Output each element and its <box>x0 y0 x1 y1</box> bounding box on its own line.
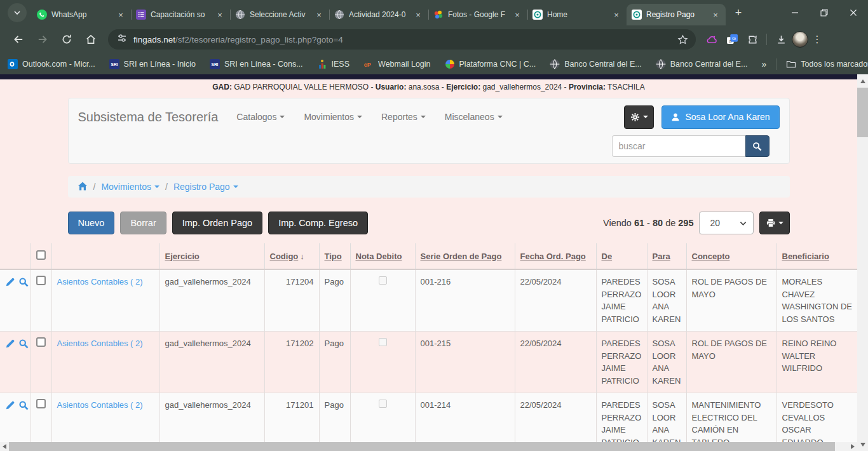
reload-button[interactable] <box>57 29 77 50</box>
bookmark-banco-central-1[interactable]: Banco Central del E... <box>550 59 642 69</box>
extensions-puzzle-icon[interactable] <box>743 30 762 49</box>
gear-icon <box>630 112 640 122</box>
select-all-checkbox[interactable] <box>36 250 46 260</box>
breadcrumb-movimientos-link[interactable]: Movimientos <box>101 182 159 192</box>
tab-close-icon[interactable]: × <box>116 10 126 20</box>
column-sort-link[interactable]: Serie Orden de Pago <box>421 252 502 261</box>
row-checkbox[interactable] <box>36 276 46 285</box>
print-expense-receipt-button[interactable]: Imp. Comp. Egreso <box>268 212 368 234</box>
column-sort-link[interactable]: Para <box>653 252 670 261</box>
scroll-right-arrow-icon[interactable] <box>848 444 857 449</box>
menu-reportes[interactable]: Reportes <box>372 112 435 122</box>
view-magnifier-icon[interactable] <box>18 277 29 291</box>
user-account-button[interactable]: Sosa Loor Ana Karen <box>661 105 779 129</box>
tab-close-icon[interactable]: × <box>314 10 324 20</box>
print-payment-order-button[interactable]: Imp. Orden Pago <box>172 212 262 234</box>
bookmark-cnc[interactable]: Plataforma CNC | C... <box>445 59 536 69</box>
tab-close-icon[interactable]: × <box>413 10 423 20</box>
horizontal-scrollbar-thumb[interactable] <box>9 442 835 451</box>
bookmark-webmail[interactable]: cPWebmail Login <box>363 59 430 69</box>
profile-avatar[interactable] <box>792 31 808 48</box>
vertical-scrollbar[interactable] <box>857 74 868 451</box>
app-navbar-search-row <box>69 135 789 157</box>
tab-close-icon[interactable]: × <box>512 10 522 20</box>
weather-extension-icon[interactable] <box>702 30 721 49</box>
bookmark-label: Banco Central del E... <box>670 60 748 69</box>
column-sort-link[interactable]: De <box>602 252 613 261</box>
window-minimize-button[interactable] <box>780 0 810 25</box>
delete-button[interactable]: Borrar <box>120 212 166 234</box>
cell-ejercicio: gad_vallehermos_2024 <box>159 269 264 332</box>
column-sort-link[interactable]: Concepto <box>692 252 730 261</box>
browser-menu-icon[interactable]: ⋮ <box>810 34 825 45</box>
browser-tab-registro-pago-active[interactable]: Registro Pago × <box>627 4 726 25</box>
back-button[interactable] <box>8 29 29 50</box>
breadcrumb-home-link[interactable] <box>78 181 88 193</box>
browser-tab-actividad[interactable]: Actividad 2024-0 × <box>329 4 428 25</box>
browser-tab-seleccione[interactable]: Seleccione Activ × <box>230 4 329 25</box>
column-sort-link[interactable]: Nota Debito <box>356 252 402 261</box>
page-size-select[interactable]: 20 <box>699 212 754 234</box>
site-settings-icon[interactable] <box>117 33 127 46</box>
browser-tab-forms[interactable]: Capacitación so × <box>131 4 230 25</box>
scroll-up-arrow-icon[interactable] <box>857 76 868 86</box>
header-ejercicio: Ejercicio <box>159 243 264 269</box>
bookmark-sri-consultas[interactable]: SRISRI en Línea - Cons... <box>210 59 303 69</box>
bookmark-star-icon[interactable] <box>673 30 692 49</box>
browser-tab-fotos[interactable]: Fotos - Google F × <box>428 4 527 25</box>
translate-extension-icon[interactable]: Ga <box>722 30 742 49</box>
asientos-contables-link[interactable]: Asientos Contables ( 2) <box>57 277 143 286</box>
app-brand[interactable]: Subsistema de Tesorería <box>78 110 219 125</box>
menu-miscelaneos[interactable]: Miscelaneos <box>435 112 512 122</box>
edit-pencil-icon[interactable] <box>5 400 15 414</box>
browser-tab-home[interactable]: Home × <box>527 4 627 25</box>
breadcrumb-registro-pago-link[interactable]: Registro Pago <box>173 182 238 192</box>
bookmark-sri-inicio[interactable]: SRISRI en Línea - Inicio <box>109 59 196 69</box>
column-sort-link[interactable]: Tipo <box>325 252 342 261</box>
new-button[interactable]: Nuevo <box>68 212 115 234</box>
all-bookmarks-button[interactable]: Todos los marcadores <box>786 59 868 69</box>
view-magnifier-icon[interactable] <box>18 400 29 414</box>
tab-close-icon[interactable]: × <box>611 10 621 20</box>
vertical-scrollbar-thumb[interactable] <box>857 88 868 137</box>
ejercicio-label: Ejercicio: <box>446 83 480 91</box>
bookmark-iess[interactable]: IESS <box>317 59 350 69</box>
browser-tab-strip: WhatsApp × Capacitación so × Seleccione … <box>0 0 868 25</box>
tab-close-icon[interactable]: × <box>710 10 721 20</box>
column-sort-link[interactable]: Ejercicio <box>165 252 200 261</box>
cell-fecha: 22/05/2024 <box>515 332 596 393</box>
bookmarks-overflow-icon[interactable]: » <box>761 59 766 69</box>
new-tab-button[interactable]: + <box>729 4 747 22</box>
asientos-contables-link[interactable]: Asientos Contables ( 2) <box>57 339 143 348</box>
menu-catalogos[interactable]: Catalogos <box>227 112 294 122</box>
scroll-left-arrow-icon[interactable] <box>0 444 9 449</box>
horizontal-scrollbar[interactable] <box>0 442 857 451</box>
bookmark-banco-central-2[interactable]: Banco Central del E... <box>656 59 748 69</box>
view-magnifier-icon[interactable] <box>18 339 29 353</box>
column-sort-link[interactable]: Codigo <box>270 252 299 261</box>
sri-icon: SRI <box>210 59 220 69</box>
search-button[interactable] <box>745 135 770 157</box>
print-list-button[interactable] <box>759 212 790 234</box>
window-close-button[interactable] <box>839 0 868 25</box>
bookmark-outlook[interactable]: Outlook.com - Micr... <box>8 59 95 69</box>
forward-button[interactable] <box>32 29 53 50</box>
edit-pencil-icon[interactable] <box>5 339 15 353</box>
row-checkbox[interactable] <box>36 337 46 347</box>
column-sort-link[interactable]: Fecha Ord. Pago <box>520 252 586 261</box>
browser-tab-whatsapp[interactable]: WhatsApp × <box>32 4 131 25</box>
edit-pencil-icon[interactable] <box>5 277 15 291</box>
column-sort-link[interactable]: Beneficiario <box>782 252 829 261</box>
search-input[interactable] <box>612 135 745 157</box>
window-restore-button[interactable] <box>810 0 839 25</box>
tab-close-icon[interactable]: × <box>215 10 225 20</box>
downloads-icon[interactable] <box>771 30 790 49</box>
menu-movimientos[interactable]: Movimientos <box>294 112 372 122</box>
settings-gear-button[interactable] <box>624 105 654 129</box>
asientos-contables-link[interactable]: Asientos Contables ( 2) <box>57 400 143 410</box>
url-omnibox[interactable]: fingads.net/sf2/tesoreria/registro_pago_… <box>108 29 696 50</box>
row-checkbox[interactable] <box>36 399 46 408</box>
home-button[interactable] <box>81 29 101 50</box>
tab-list-chevron-button[interactable] <box>8 3 27 22</box>
scroll-down-arrow-icon[interactable] <box>857 439 868 450</box>
